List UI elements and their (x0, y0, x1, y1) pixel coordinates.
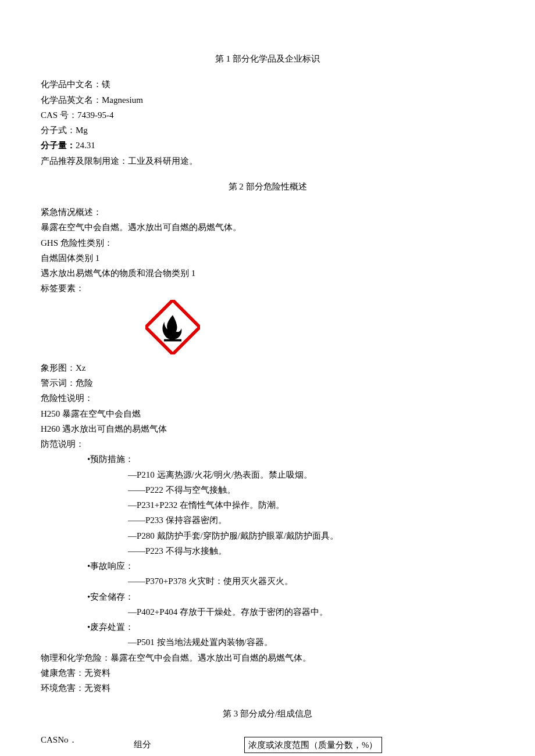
ghs-cat2: 遇水放出易燃气体的物质和混合物类别 1 (41, 266, 494, 281)
p223: ——P223 不得与水接触。 (41, 543, 494, 558)
cas-number: CAS 号：7439-95-4 (41, 108, 494, 123)
mw-value: 24.31 (76, 141, 95, 150)
h250: H250 暴露在空气中会自燃 (41, 406, 494, 421)
storage-header: •安全储存： (41, 589, 494, 604)
formula: 分子式：Mg (41, 123, 494, 138)
label-elements: 标签要素： (41, 281, 494, 296)
section1-block: 化学品中文名：镁 化学品英文名：Magnesium CAS 号：7439-95-… (41, 77, 494, 169)
p210: —P210 远离热源/火花/明火/热表面。禁止吸烟。 (41, 467, 494, 482)
precaution-header: 防范说明： (41, 436, 494, 452)
section3-title: 第 3 部分成分/组成信息 (41, 706, 494, 721)
molecular-weight: 分子量：24.31 (41, 138, 494, 153)
emergency-text: 暴露在空气中会自燃。遇水放出可自燃的易燃气体。 (41, 220, 494, 235)
p222: ——P222 不得与空气接触。 (41, 482, 494, 497)
name-cn: 化学品中文名：镁 (41, 77, 494, 92)
name-en: 化学品英文名：Magnesium (41, 92, 494, 108)
p280: —P280 戴防护手套/穿防护服/戴防护眼罩/戴防护面具。 (41, 528, 494, 543)
p501: —P501 按当地法规处置内装物/容器。 (41, 635, 494, 650)
section2-block: 紧急情况概述： 暴露在空气中会自燃。遇水放出可自燃的易燃气体。 GHS 危险性类… (41, 205, 494, 696)
hazard-header: 危险性说明： (41, 390, 494, 406)
col-component: 组分 (110, 737, 244, 752)
svg-rect-1 (164, 339, 181, 341)
h260: H260 遇水放出可自燃的易燃气体 (41, 421, 494, 436)
health-hazard: 健康危害：无资料 (41, 665, 494, 680)
env-hazard: 环境危害：无资料 (41, 680, 494, 696)
response-header: •事故响应： (41, 558, 494, 574)
flame-icon (145, 300, 200, 354)
pictogram-label: 象形图：Xz (41, 360, 494, 375)
emergency-header: 紧急情况概述： (41, 205, 494, 220)
p233: ——P233 保持容器密闭。 (41, 513, 494, 528)
composition-table-header: 组分 浓度或浓度范围（质量分数，%） (41, 737, 494, 753)
p370-378: ——P370+P378 火灾时：使用灭火器灭火。 (41, 574, 494, 589)
col-concentration: 浓度或浓度范围（质量分数，%） (244, 737, 382, 753)
usage: 产品推荐及限制用途：工业及科研用途。 (41, 153, 494, 169)
prevention-header: •预防措施： (41, 452, 494, 467)
p402-404: —P402+P404 存放于干燥处。存放于密闭的容器中。 (41, 604, 494, 619)
mw-label: 分子量： (41, 141, 76, 150)
ghs-cat1: 自燃固体类别 1 (41, 250, 494, 266)
section2-title: 第 2 部分危险性概述 (41, 179, 494, 194)
ghs-header: GHS 危险性类别： (41, 235, 494, 250)
signal-word: 警示词：危险 (41, 375, 494, 390)
p231-232: —P231+P232 在惰性气体中操作。防潮。 (41, 497, 494, 513)
section1-title: 第 1 部分化学品及企业标识 (41, 51, 494, 66)
disposal-header: •废弃处置： (41, 619, 494, 635)
phys-chem-hazard: 物理和化学危险：暴露在空气中会自燃。遇水放出可自燃的易燃气体。 (41, 650, 494, 665)
ghs-flame-pictogram (145, 300, 494, 359)
